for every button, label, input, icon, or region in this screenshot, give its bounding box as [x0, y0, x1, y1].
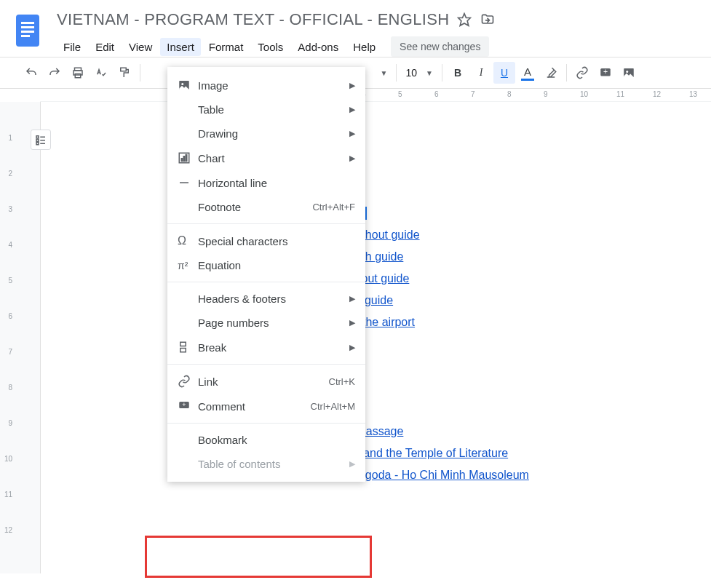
insert-page-numbers[interactable]: Page numbers ▶ — [167, 311, 365, 335]
menu-label: Footnote — [198, 201, 312, 213]
document-outline-button[interactable] — [31, 130, 51, 150]
menu-help[interactable]: Help — [346, 38, 382, 56]
svg-rect-16 — [36, 139, 39, 141]
menu-divider — [167, 364, 365, 365]
docs-logo[interactable] — [13, 13, 42, 52]
omega-icon: Ω — [178, 234, 198, 247]
ruler-mark: 9 — [547, 89, 583, 101]
highlight-color-button[interactable] — [540, 62, 562, 84]
ruler-mark — [0, 102, 15, 138]
ruler-mark: 4 — [0, 245, 15, 280]
svg-text:+: + — [603, 67, 608, 76]
chevron-right-icon: ▶ — [349, 81, 355, 90]
svg-rect-3 — [21, 31, 34, 33]
menu-label: Image — [198, 79, 343, 92]
menu-label: Link — [198, 376, 329, 388]
chevron-right-icon: ▶ — [349, 343, 355, 352]
shortcut-label: Ctrl+Alt+F — [312, 202, 355, 212]
insert-drawing[interactable]: Drawing ▶ — [167, 122, 365, 146]
svg-rect-9 — [121, 68, 127, 71]
ruler-mark: 6 — [437, 89, 474, 101]
insert-link[interactable]: Link Ctrl+K — [167, 369, 365, 394]
vertical-ruler[interactable]: 1 2 3 4 5 6 7 8 9 10 11 12 — [0, 102, 15, 573]
shortcut-label: Ctrl+Alt+M — [311, 401, 355, 412]
ruler-mark: 10 — [0, 458, 15, 494]
menu-insert[interactable]: Insert — [160, 38, 201, 56]
menu-divider — [167, 423, 365, 424]
insert-equation[interactable]: π² Equation — [167, 253, 365, 277]
see-new-changes[interactable]: See new changes — [391, 36, 489, 57]
chevron-right-icon: ▶ — [349, 154, 355, 163]
ruler-mark: 8 — [510, 89, 547, 101]
menu-label: Page numbers — [198, 317, 343, 329]
menu-format[interactable]: Format — [202, 38, 250, 56]
break-icon — [178, 341, 198, 354]
chevron-down-icon: ▼ — [381, 69, 388, 77]
ruler-mark: 3 — [0, 209, 15, 245]
insert-chart[interactable]: Chart ▶ — [167, 146, 365, 170]
menu-divider — [167, 282, 365, 282]
star-icon[interactable] — [456, 12, 472, 28]
svg-rect-25 — [186, 155, 187, 162]
insert-footnote[interactable]: Footnote Ctrl+Alt+F — [167, 195, 365, 219]
menu-tools[interactable]: Tools — [251, 38, 290, 56]
shortcut-label: Ctrl+K — [329, 376, 355, 387]
undo-button[interactable] — [20, 62, 42, 84]
menu-divider — [167, 223, 365, 224]
menu-label: Bookmark — [198, 434, 355, 446]
ruler-mark: 5 — [0, 280, 15, 316]
svg-rect-18 — [36, 143, 39, 145]
svg-rect-4 — [21, 35, 30, 37]
menu-label: Headers & footers — [198, 293, 343, 305]
font-size-selector[interactable]: 10 ▼ — [401, 67, 437, 79]
menu-label: Break — [198, 341, 343, 354]
chart-icon — [178, 151, 198, 164]
insert-bookmark[interactable]: Bookmark — [167, 428, 365, 452]
insert-table-of-contents: Table of contents ▶ — [167, 452, 365, 476]
insert-comment-button[interactable]: + — [595, 62, 616, 84]
text-color-button[interactable]: A — [517, 62, 539, 84]
svg-rect-14 — [36, 136, 39, 138]
insert-link-button[interactable] — [571, 62, 593, 84]
document-title[interactable]: VIETNAM - PROGRAM TEXT - OFFICIAL - ENGL… — [57, 10, 449, 29]
move-folder-icon[interactable] — [480, 12, 496, 28]
insert-horizontal-line[interactable]: Horizontal line — [167, 170, 365, 195]
ruler-mark: 2 — [0, 173, 15, 209]
redo-button[interactable] — [44, 62, 65, 84]
italic-button[interactable]: I — [470, 62, 492, 84]
insert-special-characters[interactable]: Ω Special characters — [167, 229, 365, 253]
insert-image-button[interactable] — [618, 62, 640, 84]
svg-point-21 — [181, 83, 183, 85]
ruler-mark: 6 — [0, 316, 15, 351]
svg-rect-27 — [180, 342, 186, 346]
ruler-mark: 13 — [692, 89, 711, 101]
menubar: File Edit View Insert Format Tools Add-o… — [57, 29, 711, 57]
insert-break[interactable]: Break ▶ — [167, 335, 365, 359]
insert-table[interactable]: Table ▶ — [167, 98, 365, 122]
menu-file[interactable]: File — [57, 38, 87, 56]
menu-label: Table of contents — [198, 458, 343, 470]
document-page[interactable]: ents ADD IN TRANSFER n from the airport … — [40, 102, 711, 573]
ruler-mark: 11 — [619, 89, 656, 101]
ruler-mark: 5 — [401, 89, 437, 101]
print-button[interactable] — [67, 62, 89, 84]
insert-image[interactable]: Image ▶ — [167, 73, 365, 98]
chevron-right-icon: ▶ — [349, 105, 355, 114]
ruler-mark: 8 — [0, 387, 15, 423]
image-icon — [178, 79, 198, 92]
ruler-mark: 7 — [474, 89, 510, 101]
bold-button[interactable]: B — [447, 62, 469, 84]
paint-format-button[interactable] — [114, 62, 135, 84]
spellcheck-button[interactable] — [90, 62, 112, 84]
insert-comment[interactable]: + Comment Ctrl+Alt+M — [167, 394, 365, 418]
underline-button[interactable]: U — [493, 62, 515, 84]
link-icon — [178, 375, 198, 388]
svg-marker-5 — [458, 14, 471, 26]
menu-label: Chart — [198, 152, 343, 164]
menu-edit[interactable]: Edit — [89, 38, 121, 56]
insert-headers-footers[interactable]: Headers & footers ▶ — [167, 287, 365, 311]
menu-view[interactable]: View — [122, 38, 159, 56]
chevron-right-icon: ▶ — [349, 294, 355, 303]
horizontal-ruler[interactable]: 4 5 6 7 8 9 10 11 12 13 — [40, 89, 711, 102]
menu-addons[interactable]: Add-ons — [291, 38, 345, 56]
